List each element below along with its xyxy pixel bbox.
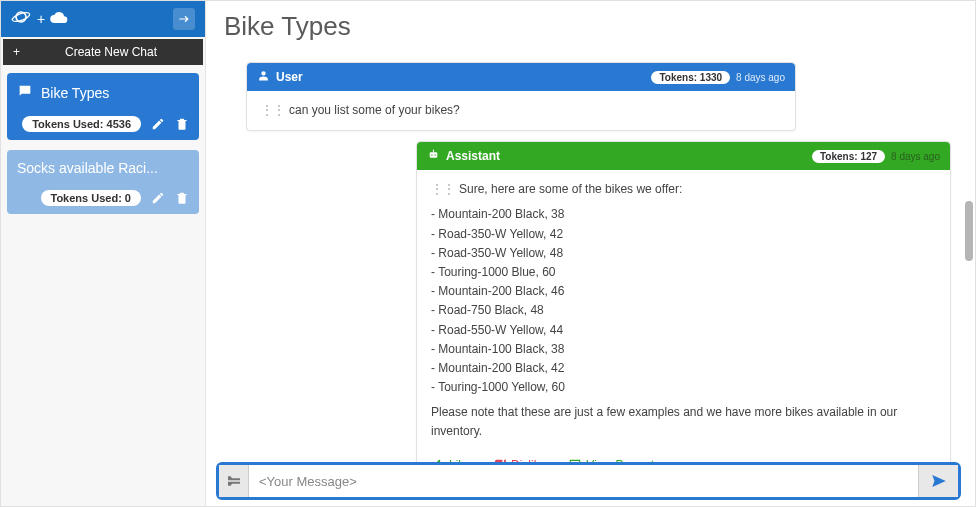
message-tokens-badge: Tokens: 1330 [651, 71, 730, 84]
planet-icon [11, 7, 31, 31]
svg-point-3 [431, 155, 432, 156]
app-logo: + [11, 7, 69, 31]
token-usage-pill: Tokens Used: 0 [41, 190, 142, 206]
message-timestamp: 8 days ago [891, 151, 940, 162]
sidebar-header: + [1, 1, 205, 37]
edit-chat-button[interactable] [151, 117, 165, 131]
message-body: ⋮⋮Sure, here are some of the bikes we of… [417, 170, 950, 451]
cloud-icon [49, 8, 69, 31]
chat-title-label: Socks available Raci... [17, 160, 158, 176]
assistant-note: Please note that these are just a few ex… [431, 403, 936, 441]
message-assistant: Assistant Tokens: 127 8 days ago ⋮⋮Sure,… [416, 141, 951, 482]
token-usage-pill: Tokens Used: 4536 [22, 116, 141, 132]
assistant-intro: Sure, here are some of the bikes we offe… [459, 182, 682, 196]
sidebar: + + Create New Chat Bike Types [1, 1, 206, 506]
bike-list-item: Mountain-100 Black, 38 [431, 340, 936, 359]
bike-list: Mountain-200 Black, 38Road-350-W Yellow,… [431, 205, 936, 397]
chat-title-label: Bike Types [41, 85, 109, 101]
message-tokens-badge: Tokens: 127 [812, 150, 885, 163]
svg-rect-2 [430, 153, 438, 158]
message-body: ⋮⋮can you list some of your bikes? [247, 91, 795, 130]
svg-point-4 [434, 155, 435, 156]
chat-list: Bike Types Tokens Used: 4536 Socks avail… [1, 67, 205, 220]
create-new-chat-button[interactable]: + Create New Chat [3, 39, 203, 65]
edit-chat-button[interactable] [151, 191, 165, 205]
bike-list-item: Road-350-W Yellow, 42 [431, 225, 936, 244]
message-header: User Tokens: 1330 8 days ago [247, 63, 795, 91]
bot-icon [427, 148, 440, 164]
chat-icon [17, 83, 33, 102]
bike-list-item: Road-550-W Yellow, 44 [431, 321, 936, 340]
scrollbar-thumb[interactable] [965, 201, 973, 261]
main-panel: Bike Types User Tokens: 1330 8 days ago … [206, 1, 975, 506]
bike-list-item: Mountain-200 Black, 38 [431, 205, 936, 224]
sidebar-chat-socks[interactable]: Socks available Raci... Tokens Used: 0 [7, 150, 199, 214]
delete-chat-button[interactable] [175, 117, 189, 131]
collapse-sidebar-button[interactable] [173, 8, 195, 30]
bike-list-item: Touring-1000 Yellow, 60 [431, 378, 936, 397]
delete-chat-button[interactable] [175, 191, 189, 205]
message-input[interactable] [249, 465, 918, 497]
conversation-scroll[interactable]: User Tokens: 1330 8 days ago ⋮⋮can you l… [206, 48, 975, 506]
input-prefix-button[interactable] [219, 465, 249, 497]
bike-list-item: Road-350-W Yellow, 48 [431, 244, 936, 263]
message-text: can you list some of your bikes? [289, 103, 460, 117]
drag-handle-icon[interactable]: ⋮⋮ [431, 182, 455, 196]
page-title: Bike Types [206, 1, 975, 48]
role-label: User [276, 70, 303, 84]
send-button[interactable] [918, 465, 958, 497]
create-chat-label: Create New Chat [29, 45, 193, 59]
role-label: Assistant [446, 149, 500, 163]
message-header: Assistant Tokens: 127 8 days ago [417, 142, 950, 170]
user-icon [257, 69, 270, 85]
bike-list-item: Mountain-200 Black, 42 [431, 359, 936, 378]
plus-icon: + [13, 45, 29, 59]
bike-list-item: Mountain-200 Black, 46 [431, 282, 936, 301]
drag-handle-icon[interactable]: ⋮⋮ [261, 103, 285, 117]
sidebar-chat-bike-types[interactable]: Bike Types Tokens Used: 4536 [7, 73, 199, 140]
plus-icon: + [37, 11, 45, 27]
message-timestamp: 8 days ago [736, 72, 785, 83]
message-user: User Tokens: 1330 8 days ago ⋮⋮can you l… [246, 62, 796, 131]
bike-list-item: Road-750 Black, 48 [431, 301, 936, 320]
message-input-bar [216, 462, 961, 500]
bike-list-item: Touring-1000 Blue, 60 [431, 263, 936, 282]
